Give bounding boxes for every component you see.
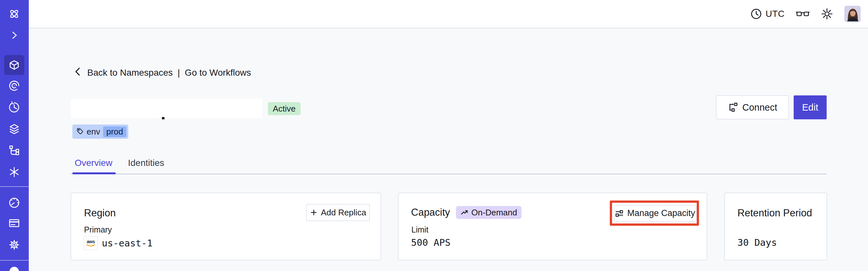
retention-value: 30 Days [738,237,777,248]
billing-card-icon[interactable] [8,217,21,230]
batch-operations-branch-icon[interactable] [8,144,21,157]
sidebar-expand-chevron-icon[interactable] [8,29,21,42]
edit-button-label: Edit [802,102,818,113]
on-demand-badge-label: On-Demand [471,208,517,218]
namespaces-cube-icon[interactable] [8,59,21,71]
breadcrumb: Back to Namespaces | Go to Workflows [73,66,251,79]
region-card-title: Region [84,207,116,219]
partial-bottom-circle-icon[interactable] [9,267,19,271]
aws-logo-icon: aws [84,236,98,250]
sun-icon[interactable] [821,8,833,20]
timezone-button[interactable]: UTC [750,8,785,20]
capacity-card: Capacity On-Demand Manage Cap [398,193,707,260]
aws-logo-text: aws [87,239,95,244]
timezone-label: UTC [766,9,785,19]
namespace-tag: env prod [72,124,128,139]
connect-button-label: Connect [742,102,777,113]
avatar[interactable] [844,6,861,22]
primary-label: Primary [84,225,112,235]
edit-button[interactable]: Edit [794,95,827,119]
workflows-spiral-icon[interactable] [8,79,21,92]
sliders-icon [615,209,624,218]
glasses-icon[interactable] [796,9,809,19]
sidebar-divider [0,186,29,187]
breadcrumb-workflows-link[interactable]: Go to Workflows [185,68,251,78]
breadcrumb-back-link[interactable]: Back to Namespaces [87,68,173,78]
tab-identities[interactable]: Identities [128,158,164,168]
namespace-name-masked [71,99,262,118]
sidebar-divider [0,260,29,261]
retention-card-title: Retention Period [738,207,812,219]
namespace-name-remnant-dot [162,117,164,119]
back-chevron-icon[interactable] [73,66,83,79]
breadcrumb-separator: | [178,68,180,78]
topbar: UTC [29,0,868,28]
deployments-layers-icon[interactable] [8,123,21,136]
tag-value-chip: prod [103,126,126,137]
tag-icon [76,127,84,136]
add-replica-label: Add Replica [321,208,366,218]
limit-label: Limit [411,225,429,235]
capacity-card-title: Capacity [411,207,450,218]
add-replica-button[interactable]: Add Replica [306,204,370,221]
tab-overview[interactable]: Overview [75,158,113,168]
primary-region-row: aws us-east-1 [84,236,153,250]
temporal-logo-icon[interactable] [8,7,21,20]
tag-key: env [87,127,100,137]
active-tab-indicator [72,172,116,174]
manage-capacity-button[interactable]: Manage Capacity [614,205,696,221]
settings-gear-icon[interactable] [8,238,21,251]
status-badge: Active [268,102,301,115]
clock-icon [750,8,762,20]
schedules-clock-icon[interactable] [8,101,21,114]
app-root: UTC [0,0,868,271]
on-demand-badge: On-Demand [456,206,522,219]
region-card: Region Add Replica Primary aws [71,193,381,260]
connect-button[interactable]: Connect [716,95,789,119]
tabs-divider-line [71,174,827,174]
manage-capacity-label: Manage Capacity [627,208,695,218]
limit-value: 500 APS [411,237,451,248]
primary-region-value: us-east-1 [102,238,153,249]
plus-icon [310,209,318,216]
nexus-asterisk-icon[interactable] [8,165,21,179]
trend-up-icon [461,209,469,217]
usage-gauge-icon[interactable] [8,196,21,209]
retention-card: Retention Period 30 Days [724,193,827,260]
sidebar [0,0,29,271]
